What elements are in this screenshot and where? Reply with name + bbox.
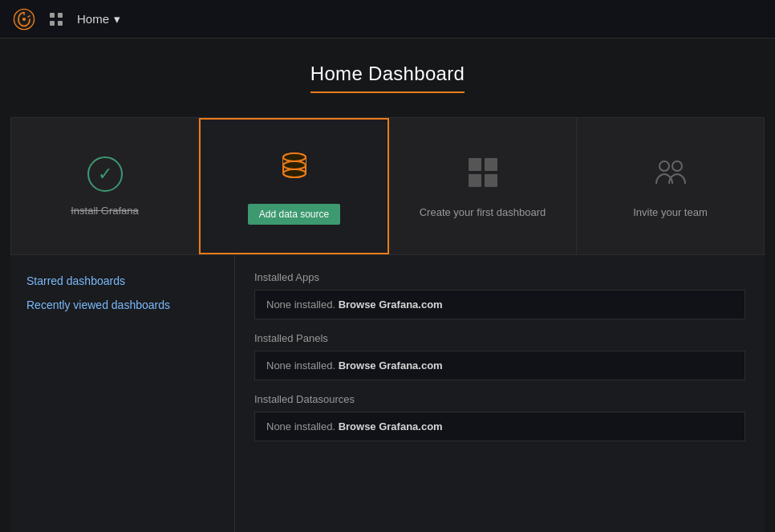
bottom-row: Starred dashboards Recently viewed dashb… [10, 255, 765, 532]
team-people-icon [653, 155, 688, 193]
svg-point-14 [283, 153, 306, 161]
svg-rect-6 [50, 21, 55, 26]
svg-rect-7 [58, 21, 63, 26]
home-label: Home [77, 12, 109, 26]
svg-rect-22 [485, 174, 497, 187]
installed-panels-text: None installed. [266, 359, 339, 372]
step-create-dashboard: Create your first dashboard [389, 118, 577, 254]
install-grafana-label: Install Grafana [71, 205, 139, 217]
installed-datasources-text: None installed. [266, 420, 339, 433]
svg-rect-19 [469, 158, 481, 171]
steps-row: ✓ Install Grafana [10, 117, 765, 255]
check-icon: ✓ [87, 156, 123, 192]
installed-panels-box: None installed. Browse Grafana.com [254, 351, 745, 380]
svg-rect-4 [50, 13, 55, 18]
installed-panels-section: Installed Panels None installed. Browse … [254, 332, 745, 380]
left-sidebar: Starred dashboards Recently viewed dashb… [10, 255, 235, 532]
topnav: Home ▾ [0, 0, 775, 39]
svg-point-24 [672, 161, 682, 171]
svg-point-15 [283, 161, 306, 169]
right-installed-col: Installed Apps None installed. Browse Gr… [235, 255, 765, 532]
svg-rect-21 [469, 174, 481, 187]
installed-panels-link[interactable]: Browse Grafana.com [339, 359, 443, 372]
main-content: Home Dashboard ✓ Install Grafana [0, 39, 775, 532]
step-add-datasource: Add data source [199, 118, 389, 254]
apps-grid-icon[interactable] [45, 8, 67, 30]
installed-datasources-section: Installed Datasources None installed. Br… [254, 393, 745, 441]
svg-point-23 [659, 161, 669, 171]
installed-datasources-title: Installed Datasources [254, 393, 745, 405]
invite-team-label: Invite your team [633, 206, 708, 218]
home-menu[interactable]: Home ▾ [77, 12, 120, 26]
create-dashboard-label: Create your first dashboard [420, 206, 546, 218]
installed-panels-title: Installed Panels [254, 332, 745, 344]
svg-rect-20 [485, 158, 497, 171]
page-title: Home Dashboard [310, 63, 465, 93]
home-dropdown-arrow: ▾ [114, 12, 120, 26]
installed-apps-section: Installed Apps None installed. Browse Gr… [254, 271, 745, 319]
installed-datasources-link[interactable]: Browse Grafana.com [339, 420, 443, 433]
installed-apps-text: None installed. [266, 298, 339, 311]
dashboard-grid-icon [465, 155, 501, 193]
step-invite-team: Invite your team [577, 118, 764, 254]
svg-rect-5 [58, 13, 63, 18]
installed-apps-title: Installed Apps [254, 271, 745, 283]
svg-point-18 [283, 169, 306, 177]
datasource-icon [277, 148, 312, 188]
add-datasource-button[interactable]: Add data source [248, 204, 340, 225]
installed-apps-link[interactable]: Browse Grafana.com [339, 298, 443, 311]
recently-viewed-link[interactable]: Recently viewed dashboards [26, 298, 218, 311]
starred-dashboards-link[interactable]: Starred dashboards [26, 274, 218, 287]
installed-datasources-box: None installed. Browse Grafana.com [254, 412, 745, 441]
grafana-logo-icon[interactable] [13, 8, 35, 30]
step-install-grafana: ✓ Install Grafana [11, 118, 199, 254]
installed-apps-box: None installed. Browse Grafana.com [254, 290, 745, 319]
svg-point-1 [22, 17, 26, 20]
